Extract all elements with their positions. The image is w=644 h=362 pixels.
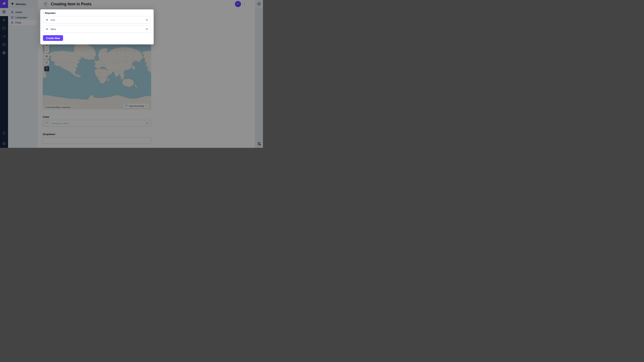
- edited-dot-icon: [43, 12, 44, 13]
- close-x-icon[interactable]: [146, 28, 148, 30]
- app-window: Creating Item in Posts Map: [0, 0, 263, 148]
- drag-handle-icon[interactable]: [46, 28, 48, 30]
- close-x-icon[interactable]: [146, 18, 148, 21]
- repeater-popup: Repeater true false Create New: [40, 9, 154, 44]
- repeater-field-label: Repeater: [43, 11, 151, 14]
- repeater-row-value[interactable]: true: [51, 18, 146, 21]
- repeater-row[interactable]: true: [43, 16, 151, 24]
- drag-handle-icon[interactable]: [46, 18, 48, 21]
- repeater-label-text: Repeater: [45, 11, 56, 14]
- repeater-row[interactable]: false: [43, 25, 151, 33]
- repeater-row-value[interactable]: false: [51, 28, 146, 30]
- create-new-button[interactable]: Create New: [43, 35, 63, 41]
